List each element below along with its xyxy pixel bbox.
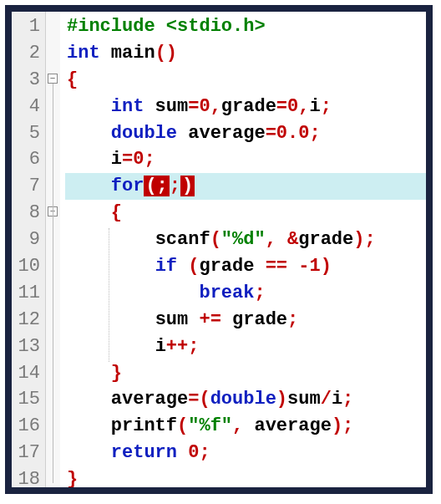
token-pun: scanf — [155, 229, 210, 250]
code-line[interactable]: int main() — [65, 40, 426, 67]
token-op: ; — [309, 123, 320, 144]
token-pun: sum — [144, 96, 188, 117]
token-op: ( — [210, 229, 221, 250]
token-pun: printf — [111, 415, 177, 436]
line-number: 5 — [15, 120, 40, 147]
token-kw: int — [111, 96, 144, 117]
code-editor[interactable]: 123456789101112131415161718 −− #include … — [5, 5, 433, 494]
fold-toggle-icon[interactable]: − — [48, 74, 58, 84]
code-line[interactable]: } — [65, 360, 426, 387]
token-op: ; — [144, 149, 155, 170]
token-op: & — [287, 229, 298, 250]
token-pun — [100, 43, 111, 64]
token-pun: i — [155, 336, 166, 357]
token-pun: sum — [155, 309, 200, 330]
code-line[interactable]: sum += grade; — [65, 307, 426, 333]
token-op: ) — [321, 256, 332, 277]
code-line[interactable]: scanf("%d", &grade); — [65, 227, 426, 253]
token-sel: ) — [180, 176, 195, 196]
token-num: 0 — [199, 96, 210, 117]
token-op: ++; — [166, 336, 200, 357]
token-op: = — [276, 96, 287, 117]
code-area[interactable]: #include <stdio.h>int main(){ int sum=0,… — [60, 12, 426, 494]
token-op: ); — [332, 415, 353, 436]
token-str: "%f" — [188, 415, 232, 436]
token-op: () — [155, 43, 177, 64]
token-op: = — [122, 149, 133, 170]
token-op: ; — [170, 176, 180, 196]
token-pun: i — [111, 149, 122, 170]
line-number: 6 — [15, 146, 40, 173]
token-pun — [177, 256, 188, 277]
token-pun: i — [309, 96, 320, 117]
token-kw: int — [67, 43, 100, 64]
token-op: , — [210, 96, 221, 117]
code-line[interactable]: #include <stdio.h> — [65, 13, 426, 40]
token-op: / — [321, 389, 332, 410]
code-line[interactable]: return 0; — [65, 440, 426, 466]
line-number: 14 — [15, 360, 40, 387]
code-line[interactable]: break; — [65, 280, 426, 307]
token-op: , — [232, 415, 243, 436]
token-op: ; — [321, 96, 332, 117]
token-pun: average — [177, 123, 266, 144]
token-pun — [276, 229, 287, 250]
line-number: 12 — [15, 307, 40, 333]
code-line[interactable]: double average=0.0; — [65, 120, 426, 147]
token-pun: average — [243, 415, 332, 436]
token-op: = — [266, 123, 276, 144]
line-number: 1 — [15, 13, 40, 40]
token-num: 1 — [309, 256, 320, 277]
token-kw: double — [111, 123, 177, 144]
line-number: 18 — [15, 466, 40, 493]
token-sel: (; — [144, 176, 169, 196]
token-pun: grade — [221, 96, 276, 117]
code-line[interactable]: i++; — [65, 333, 426, 360]
code-line[interactable]: int sum=0,grade=0,i; — [65, 94, 426, 120]
token-num: 0 — [287, 96, 298, 117]
token-str: "%d" — [221, 229, 266, 250]
token-kw: double — [210, 389, 276, 410]
code-line[interactable]: printf("%f", average); — [65, 413, 426, 440]
fold-column: −− — [45, 12, 60, 494]
code-line[interactable]: } — [65, 466, 426, 493]
token-pun: grade — [199, 256, 265, 277]
token-num: 0.0 — [276, 123, 310, 144]
line-number: 7 — [15, 173, 40, 200]
token-kw: break — [199, 283, 254, 303]
line-number: 11 — [15, 280, 40, 307]
token-kw: return — [111, 442, 177, 463]
token-op: == — [266, 256, 287, 277]
token-kw: if — [155, 256, 177, 277]
code-line[interactable]: { — [65, 200, 426, 227]
token-fn: main — [111, 43, 155, 64]
token-pun: i — [332, 389, 342, 410]
line-number-gutter: 123456789101112131415161718 — [12, 12, 45, 494]
token-pun: grade — [221, 309, 287, 330]
line-number: 10 — [15, 253, 40, 280]
token-op: = — [188, 96, 199, 117]
code-line[interactable]: { — [65, 67, 426, 94]
code-line[interactable]: average=(double)sum/i; — [65, 386, 426, 413]
line-number: 4 — [15, 94, 40, 120]
line-number: 13 — [15, 333, 40, 360]
token-op: ; — [254, 283, 265, 303]
line-number: 17 — [15, 440, 40, 466]
line-number: 9 — [15, 227, 40, 253]
token-pun — [177, 442, 188, 463]
token-op: ; — [287, 309, 298, 330]
token-op: ( — [188, 256, 199, 277]
code-line[interactable]: for(;;) — [65, 173, 426, 200]
token-op: } — [67, 469, 78, 490]
token-op: - — [298, 256, 309, 277]
token-pun: grade — [298, 229, 353, 250]
code-line[interactable]: i=0; — [65, 146, 426, 173]
code-line[interactable]: if (grade == -1) — [65, 253, 426, 280]
line-number: 3 — [15, 67, 40, 94]
token-pun: sum — [287, 389, 321, 410]
token-op: , — [266, 229, 276, 250]
token-op: ); — [353, 229, 375, 250]
token-pun — [155, 16, 166, 37]
line-number: 2 — [15, 40, 40, 67]
token-op: ( — [177, 415, 188, 436]
